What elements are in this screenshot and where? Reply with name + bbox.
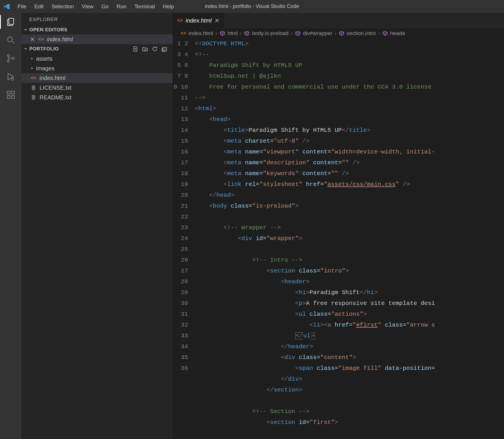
activity-bar [0,13,21,439]
tab-label: index.html [186,17,212,24]
breadcrumb-item[interactable]: <>index.html [181,30,213,36]
menu-selection[interactable]: Selection [47,2,78,11]
breadcrumb-label: html [228,30,238,36]
breadcrumb-label: section.intro [347,30,376,36]
extensions-icon[interactable] [6,90,16,100]
svg-rect-6 [7,91,10,94]
open-editors-label: OPEN EDITORS [29,27,67,33]
open-editors-header[interactable]: OPEN EDITORS [21,26,173,34]
tree-item-label: images [36,65,54,72]
refresh-icon[interactable] [152,46,158,52]
breadcrumbs[interactable]: <>index.html › html › body.is-preload › … [173,28,504,38]
text-file-icon [30,85,37,90]
svg-rect-8 [11,96,14,99]
editor-body[interactable]: 1 2 3 4 5 6 7 8 9 10 11 12 13 14 15 16 1… [173,38,504,439]
open-editor-item[interactable]: <> index.html [21,34,173,44]
vscode-logo-icon [3,3,10,10]
breadcrumb-item[interactable]: body.is-preload [244,30,289,36]
tree-item-label: README.txt [40,94,71,101]
cube-icon [339,30,344,36]
html-file-icon: <> [37,36,45,42]
breadcrumb-item[interactable]: heade [382,30,405,36]
cube-icon [382,30,388,36]
html-file-icon: <> [177,18,183,23]
tree-item-label: index.html [40,75,65,81]
breadcrumb-label: heade [390,30,405,36]
cube-icon [244,30,250,36]
tab-bar: <> index.html [173,13,504,28]
menu-run[interactable]: Run [113,2,131,11]
tree-file-index-html[interactable]: <> index.html [21,73,173,83]
code-content[interactable]: <!DOCTYPE HTML> <!-- Paradigm Shift by H… [195,38,504,439]
tree-file-readme[interactable]: README.txt [21,93,173,102]
svg-rect-7 [7,96,10,99]
new-file-icon[interactable] [132,46,139,52]
search-icon[interactable] [6,35,16,45]
chevron-right-icon: › [291,30,293,36]
tree-file-license[interactable]: LICENSE.txt [21,83,173,93]
breadcrumb-item[interactable]: section.intro [339,30,376,36]
chevron-right-icon [30,56,36,61]
menu-file[interactable]: File [14,2,30,11]
breadcrumb-item[interactable]: div#wrapper [295,30,332,36]
text-file-icon [30,95,37,100]
chevron-right-icon: › [378,30,380,36]
cube-icon [295,30,301,36]
tree-item-label: assets [36,56,53,62]
collapse-all-icon[interactable] [161,46,168,52]
menu-help[interactable]: Help [159,2,178,11]
chevron-right-icon [30,66,36,71]
html-file-icon: <> [181,30,186,36]
svg-rect-0 [9,18,13,24]
cube-icon [220,30,225,36]
chevron-right-icon: › [240,30,242,36]
chevron-down-icon [23,27,29,32]
menu-go[interactable]: Go [97,2,112,11]
explorer-icon[interactable] [6,17,16,27]
sidebar-title: EXPLORER [21,13,173,26]
sidebar: EXPLORER OPEN EDITORS <> index.html PORT… [21,13,173,439]
menu-terminal[interactable]: Terminal [131,2,159,11]
menu-view[interactable]: View [78,2,98,11]
workspace-label: PORTFOLIO [29,46,59,52]
breadcrumb-label: index.html [189,30,213,36]
svg-point-2 [7,55,9,57]
tree-folder-images[interactable]: images [21,63,173,73]
source-control-icon[interactable] [6,53,16,63]
chevron-down-icon [23,46,29,52]
line-gutter: 1 2 3 4 5 6 7 8 9 10 11 12 13 14 15 16 1… [173,38,195,439]
editor-area: <> index.html <>index.html › html › body… [173,13,504,439]
workspace-header[interactable]: PORTFOLIO [21,45,173,53]
menu-bar: File Edit Selection View Go Run Terminal… [14,2,178,11]
svg-rect-9 [11,91,14,94]
open-editor-label: index.html [47,36,73,43]
menu-edit[interactable]: Edit [30,2,48,11]
close-icon[interactable] [30,37,37,42]
tree-item-label: LICENSE.txt [40,85,71,91]
tab-index-html[interactable]: <> index.html [173,13,224,28]
svg-point-4 [12,57,14,59]
tree-folder-assets[interactable]: assets [21,54,173,63]
svg-point-1 [7,37,12,42]
breadcrumb-item[interactable]: html [220,30,238,36]
html-file-icon: <> [30,75,37,81]
close-icon[interactable] [214,18,220,23]
new-folder-icon[interactable] [142,46,148,52]
chevron-right-icon: › [335,30,336,36]
run-debug-icon[interactable] [6,71,16,82]
breadcrumb-label: div#wrapper [303,30,332,36]
svg-point-3 [7,60,9,62]
titlebar: File Edit Selection View Go Run Terminal… [0,0,504,13]
breadcrumb-label: body.is-preload [252,30,289,36]
svg-point-5 [11,78,14,80]
window-title: index.html - portfolio - Visual Studio C… [205,3,299,9]
chevron-right-icon: › [216,30,217,36]
